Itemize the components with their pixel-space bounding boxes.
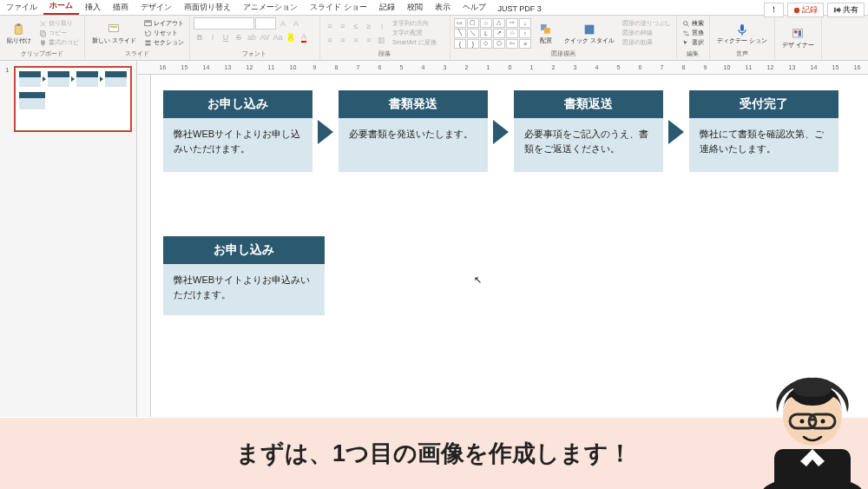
group-drawing: ▭▢○△⇨↓ ╲＼L↗☆↑ {}◇⬡⇦≡ 配置 クイック スタイル 図形の塗りつ… <box>450 16 677 60</box>
arrow-icon[interactable] <box>318 120 333 144</box>
tab-animations[interactable]: アニメーション <box>237 0 304 15</box>
ribbon-tabs: ファイル ホーム 挿入 描画 デザイン 画面切り替え アニメーション スライド … <box>0 0 868 16</box>
slides-group-label: スライド <box>89 49 186 58</box>
layout-button[interactable]: レイアウト <box>142 19 186 28</box>
smartart-button[interactable]: SmartArt に変換 <box>391 38 438 47</box>
align-left-button[interactable]: ≡ <box>324 34 336 46</box>
section-button[interactable]: セクション <box>142 38 186 47</box>
font-color-button[interactable]: A <box>298 31 310 43</box>
underline-button[interactable]: U <box>220 31 232 43</box>
font-size-input[interactable] <box>255 17 276 30</box>
font-family-input[interactable] <box>194 17 254 30</box>
editing-group-label: 編集 <box>681 49 706 58</box>
highlight-button[interactable]: A <box>285 31 297 43</box>
process-card-4[interactable]: 受付完了 弊社にて書類を確認次第、ご連絡いたします。 <box>689 90 838 172</box>
justify-button[interactable]: ≡ <box>363 34 375 46</box>
designer-label: デザ イナー <box>782 42 814 49</box>
arrow-icon[interactable] <box>493 120 509 144</box>
record-label: 記録 <box>802 4 818 16</box>
decrease-font-button[interactable]: A <box>290 17 302 30</box>
tab-file[interactable]: ファイル <box>0 0 43 15</box>
thumbnail-pane[interactable]: 1 <box>0 61 137 417</box>
arrange-button[interactable]: 配置 <box>534 21 558 46</box>
tab-design[interactable]: デザイン <box>135 0 178 15</box>
dictate-button[interactable]: ディクテー ション <box>713 21 771 46</box>
text-direction-button[interactable]: 文字列の方向 <box>391 19 438 28</box>
tab-view[interactable]: 表示 <box>429 0 457 15</box>
designer-button[interactable]: デザ イナー <box>779 25 818 50</box>
tab-transitions[interactable]: 画面切り替え <box>178 0 237 15</box>
align-right-button[interactable]: ≡ <box>350 34 362 46</box>
numbering-button[interactable]: ≡ <box>337 20 349 32</box>
shape-fill-button[interactable]: 図形の塗りつぶし <box>621 19 673 28</box>
info-button[interactable]: ！ <box>764 3 784 17</box>
ruler-vertical <box>137 75 151 417</box>
copy-button[interactable]: コピー <box>37 29 81 37</box>
caption-text: まずは、1つ目の画像を作成します！ <box>236 438 632 469</box>
svg-rect-4 <box>42 32 46 36</box>
svg-rect-1 <box>15 24 22 34</box>
svg-rect-12 <box>544 28 550 34</box>
slide-number: 1 <box>5 66 9 74</box>
group-slides: 新しい スライド レイアウト リセット セクション スライド <box>85 16 190 60</box>
case-button[interactable]: Aa <box>272 31 284 43</box>
columns-button[interactable]: ▥ <box>376 34 388 46</box>
card-1-body: 弊社WEBサイトよりお申し込みいただけます。 <box>163 118 312 172</box>
format-painter-button[interactable]: 書式のコピ <box>37 38 81 47</box>
svg-rect-19 <box>799 30 801 36</box>
process-card-1[interactable]: お申し込み 弊社WEBサイトよりお申し込みいただけます。 <box>163 90 312 172</box>
process-card-2[interactable]: 書類発送 必要書類を発送いたします。 <box>339 90 488 172</box>
tab-record[interactable]: 記録 <box>373 0 401 15</box>
quick-styles-button[interactable]: クイック スタイル <box>561 21 618 46</box>
record-button[interactable]: 記録 <box>787 3 824 17</box>
process-card-3[interactable]: 書類返送 必要事項をご記入のうえ、書類をご返送ください。 <box>514 90 663 172</box>
text-align-button[interactable]: 文字の配置 <box>391 29 438 37</box>
line-spacing-button[interactable]: ↕ <box>376 20 388 32</box>
arrange-label: 配置 <box>540 37 552 44</box>
single-card-body: 弊社WEBサイトよりお申込みいただけます。 <box>163 264 325 315</box>
strike-button[interactable]: S <box>233 31 245 43</box>
tab-draw[interactable]: 描画 <box>107 0 135 15</box>
ribbon: 貼り付け 切り取り コピー 書式のコピ クリップボード 新しい スライド レイア… <box>0 16 868 61</box>
cut-button[interactable]: 切り取り <box>37 19 81 28</box>
tab-slideshow[interactable]: スライド ショー <box>304 0 373 15</box>
shape-outline-button[interactable]: 図形の枠線 <box>621 29 673 37</box>
shapes-gallery[interactable]: ▭▢○△⇨↓ ╲＼L↗☆↑ {}◇⬡⇦≡ <box>454 18 531 49</box>
new-slide-button[interactable]: 新しい スライド <box>89 21 140 46</box>
indent-inc-button[interactable]: ≥ <box>363 20 375 32</box>
tab-justpdf[interactable]: JUST PDF 3 <box>492 3 548 15</box>
card-4-body: 弊社にて書類を確認次第、ご連絡いたします。 <box>689 118 838 172</box>
reset-button[interactable]: リセット <box>142 29 186 37</box>
tab-help[interactable]: ヘルプ <box>457 0 492 15</box>
replace-button[interactable]: 置換 <box>681 29 706 37</box>
align-center-button[interactable]: ≡ <box>337 34 349 46</box>
group-clipboard: 貼り付け 切り取り コピー 書式のコピ クリップボード <box>0 16 85 60</box>
clipboard-group-label: クリップボード <box>3 49 81 58</box>
single-card[interactable]: お申し込み 弊社WEBサイトよりお申込みいただけます。 <box>163 236 325 315</box>
bullets-button[interactable]: ≡ <box>324 20 336 32</box>
slide-thumbnail-1[interactable] <box>14 66 132 132</box>
svg-point-24 <box>800 420 805 424</box>
single-card-title: お申し込み <box>163 236 325 264</box>
paragraph-group-label: 段落 <box>324 49 446 58</box>
paste-button[interactable]: 貼り付け <box>3 21 35 46</box>
spacing-button[interactable]: AV <box>259 31 271 43</box>
shape-effects-button[interactable]: 図形の効果 <box>621 38 673 47</box>
indent-dec-button[interactable]: ≤ <box>350 20 362 32</box>
svg-rect-3 <box>41 30 45 35</box>
bold-button[interactable]: B <box>194 31 206 43</box>
select-button[interactable]: 選択 <box>681 38 706 47</box>
shadow-button[interactable]: ab <box>246 31 258 43</box>
share-button[interactable]: 共有 <box>827 3 865 17</box>
svg-point-25 <box>821 420 825 424</box>
tab-home[interactable]: ホーム <box>43 0 79 15</box>
italic-button[interactable]: I <box>207 31 219 43</box>
svg-rect-2 <box>16 23 20 26</box>
increase-font-button[interactable]: A <box>277 17 289 30</box>
arrow-icon[interactable] <box>668 120 684 144</box>
svg-rect-5 <box>109 24 119 31</box>
tab-review[interactable]: 校閲 <box>401 0 429 15</box>
find-button[interactable]: 検索 <box>681 19 706 28</box>
new-slide-label: 新しい スライド <box>92 37 136 44</box>
tab-insert[interactable]: 挿入 <box>79 0 107 15</box>
